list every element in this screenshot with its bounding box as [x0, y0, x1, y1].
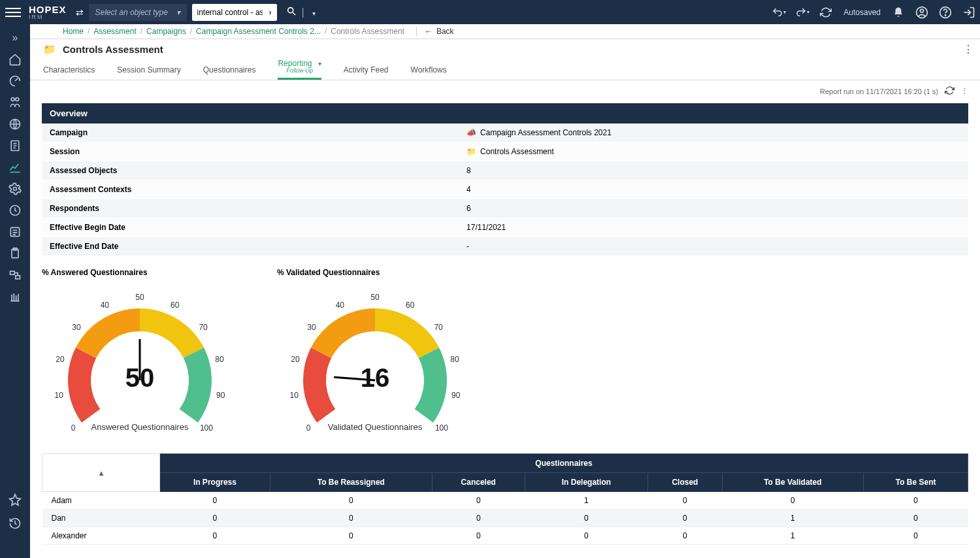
redo-icon[interactable]: ▾ — [796, 7, 808, 18]
svg-point-3 — [921, 9, 924, 12]
search-box[interactable]: › — [192, 4, 277, 21]
q-cell: 0 — [864, 510, 968, 527]
gauge-block: % Validated Questionnaires01020304050607… — [277, 268, 486, 439]
home-icon[interactable] — [5, 51, 25, 68]
svg-text:16: 16 — [361, 363, 390, 392]
overview-table: Campaign📣Campaign Assessment Controls 20… — [42, 123, 968, 256]
refresh-report-icon[interactable] — [945, 86, 955, 97]
breadcrumb-link[interactable]: Home — [63, 27, 84, 36]
q-cell: 0 — [270, 492, 432, 510]
q-cell: 0 — [432, 492, 525, 510]
table-row: Dan0000010 — [42, 510, 968, 527]
tab-activity-feed[interactable]: Activity Feed — [344, 66, 389, 80]
transfer-icon[interactable] — [5, 267, 25, 284]
logout-icon[interactable] — [963, 7, 975, 18]
svg-rect-15 — [16, 276, 20, 279]
gauges-row: % Answered Questionnaires010203040506070… — [42, 268, 968, 439]
tab-reporting[interactable]: Reporting ▾Follow-Up — [278, 59, 321, 80]
svg-text:40: 40 — [101, 301, 110, 310]
svg-point-7 — [16, 98, 19, 101]
svg-text:70: 70 — [434, 323, 443, 332]
document-icon[interactable] — [5, 137, 25, 154]
top-bar: HOPEX IRM ⇄ Select an object type ▾ › | … — [0, 0, 980, 24]
q-col-header[interactable]: To Be Sent — [864, 473, 968, 492]
q-table-heading: Questionnaires — [160, 454, 968, 473]
brand-sub: IRM — [29, 14, 67, 20]
questionnaires-table: ▴QuestionnairesIn ProgressTo Be Reassign… — [42, 453, 968, 545]
search-icon[interactable] — [286, 6, 297, 18]
svg-text:70: 70 — [199, 323, 208, 332]
undo-icon[interactable]: ▾ — [773, 7, 785, 18]
chevron-right-icon[interactable]: › — [269, 8, 272, 17]
gear-icon[interactable] — [5, 180, 25, 197]
star-icon[interactable] — [5, 491, 25, 508]
list-icon[interactable] — [5, 223, 25, 240]
svg-text:10: 10 — [55, 391, 64, 400]
table-row: Adam0001000 — [42, 492, 968, 510]
q-col-header[interactable]: In Progress — [160, 473, 270, 492]
search-input[interactable] — [197, 8, 263, 17]
svg-text:30: 30 — [72, 323, 81, 332]
overview-value: 6 — [459, 199, 968, 218]
expand-nav-icon[interactable]: » — [5, 29, 25, 46]
tab-session-summary[interactable]: Session Summary — [117, 66, 180, 80]
object-type-placeholder: Select an object type — [95, 8, 168, 17]
history-icon[interactable] — [5, 515, 25, 532]
svg-text:60: 60 — [171, 301, 180, 310]
svg-text:50: 50 — [370, 293, 380, 302]
hamburger-menu-icon[interactable] — [5, 8, 21, 17]
q-col-header[interactable]: To Be Validated — [722, 473, 864, 492]
breadcrumb-link[interactable]: Campaign Assessment Controls 2... — [196, 27, 321, 36]
q-col-header[interactable]: Canceled — [432, 473, 525, 492]
breadcrumb: Home/ Assessment/ Campaigns/ Campaign As… — [30, 24, 980, 39]
main-area: Home/ Assessment/ Campaigns/ Campaign As… — [30, 24, 980, 558]
swap-icon[interactable]: ⇄ — [76, 7, 84, 18]
help-icon[interactable] — [939, 7, 951, 18]
q-cell: 0 — [270, 510, 432, 527]
folder-icon: 📁 — [466, 147, 476, 156]
bell-icon[interactable] — [892, 7, 904, 18]
tab-questionnaires[interactable]: Questionnaires — [203, 66, 256, 80]
q-cell: 0 — [648, 492, 722, 510]
org-icon[interactable] — [5, 94, 25, 111]
logo: HOPEX IRM — [29, 5, 67, 20]
svg-text:40: 40 — [336, 301, 345, 310]
q-cell: 1 — [525, 492, 648, 510]
svg-text:20: 20 — [291, 355, 300, 364]
clipboard-icon[interactable] — [5, 245, 25, 262]
svg-text:10: 10 — [290, 391, 299, 400]
svg-text:80: 80 — [215, 355, 224, 364]
q-cell: 0 — [648, 510, 722, 527]
user-icon[interactable] — [916, 7, 928, 18]
svg-text:Validated Questionnaires: Validated Questionnaires — [328, 422, 423, 432]
q-col-header[interactable]: In Delegation — [525, 473, 648, 492]
svg-line-1 — [293, 12, 295, 15]
breadcrumb-link[interactable]: Assessment — [93, 27, 136, 36]
breadcrumb-current: Controls Assessment — [331, 27, 404, 36]
search-scope-chevron-icon[interactable] — [310, 7, 316, 18]
breadcrumb-link[interactable]: Campaigns — [146, 27, 186, 36]
autosave-label: Autosaved — [843, 8, 881, 17]
overview-key: Effective Begin Date — [42, 218, 459, 237]
object-type-select[interactable]: Select an object type ▾ — [89, 4, 187, 21]
tab-characteristics[interactable]: Characteristics — [43, 66, 95, 80]
q-cell: 0 — [864, 492, 968, 510]
q-col-header[interactable]: To Be Reassigned — [270, 473, 432, 492]
globe-icon[interactable] — [5, 116, 25, 133]
dashboard-icon[interactable] — [5, 73, 25, 90]
gauge-svg: 010203040506070809010016Validated Questi… — [277, 282, 473, 439]
svg-text:90: 90 — [451, 391, 461, 400]
back-link[interactable]: ← Back — [416, 27, 454, 36]
report-menu-icon[interactable]: ⋮ — [961, 87, 968, 95]
chart-icon[interactable] — [5, 159, 25, 176]
tab-workflows[interactable]: Workflows — [411, 66, 447, 80]
overview-key: Assessment Contexts — [42, 180, 459, 199]
svg-text:100: 100 — [200, 423, 213, 433]
q-cell: 0 — [648, 527, 722, 545]
svg-point-6 — [11, 98, 14, 101]
refresh-icon[interactable] — [820, 7, 832, 18]
q-col-header[interactable]: Closed — [648, 473, 722, 492]
cycle-icon[interactable] — [5, 202, 25, 219]
library-icon[interactable] — [5, 288, 25, 305]
more-menu-icon[interactable]: ⋮ — [963, 43, 973, 56]
